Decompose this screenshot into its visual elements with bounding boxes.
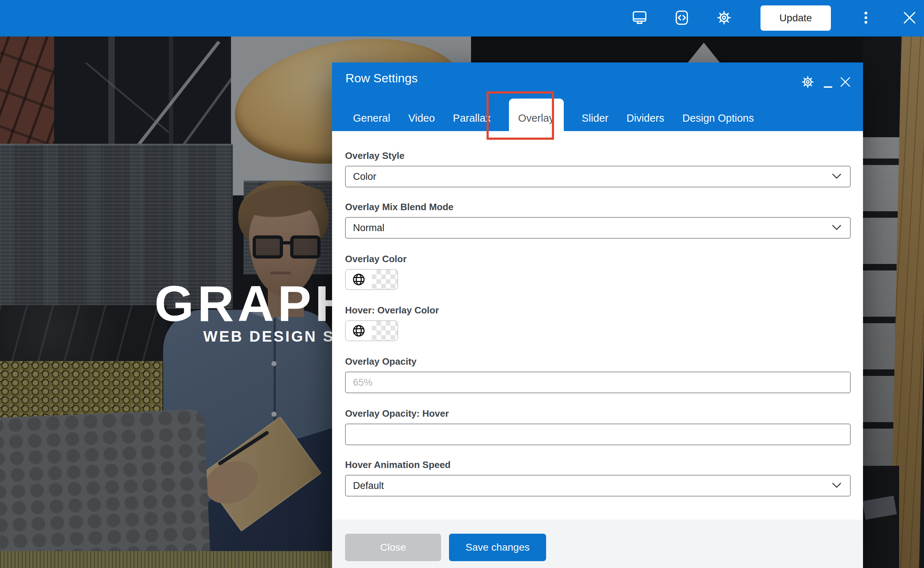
- chevron-down-icon: [832, 173, 841, 180]
- tab-slider[interactable]: Slider: [582, 112, 609, 124]
- overlay-style-select[interactable]: Color: [345, 166, 851, 187]
- row-settings-dialog: Row Settings Ge: [332, 62, 863, 568]
- globe-icon: [346, 270, 372, 289]
- chevron-down-icon: [832, 482, 841, 489]
- overlay-opacity-input[interactable]: [345, 372, 851, 393]
- field-label: Overlay Style: [345, 150, 851, 161]
- update-button[interactable]: Update: [761, 5, 831, 31]
- dialog-footer: Close Save changes: [332, 520, 863, 568]
- chevron-down-icon: [832, 225, 841, 231]
- dialog-body: Overlay Style Color Overlay Mix Blend Mo…: [332, 131, 863, 520]
- tools-button[interactable]: [671, 7, 693, 29]
- kebab-menu-icon: [858, 10, 874, 27]
- close-icon: [901, 9, 918, 27]
- settings-button[interactable]: [713, 7, 735, 29]
- hover-animation-speed-select[interactable]: Default: [345, 475, 851, 497]
- select-value: Default: [353, 480, 832, 491]
- gear-icon: [716, 9, 733, 27]
- field-label: Hover: Overlay Color: [345, 305, 851, 316]
- select-value: Color: [353, 171, 832, 182]
- minimize-icon: [824, 86, 832, 88]
- transparent-color-preview: [372, 321, 397, 340]
- select-value: Normal: [353, 222, 832, 234]
- field-label: Overlay Opacity: [345, 356, 851, 367]
- field-overlay-style: Overlay Style Color: [345, 150, 851, 187]
- more-menu-button[interactable]: [855, 7, 877, 29]
- overlay-opacity-hover-input[interactable]: [345, 424, 851, 445]
- close-button[interactable]: Close: [345, 534, 441, 561]
- dialog-settings-button[interactable]: [800, 74, 816, 90]
- globe-icon: [346, 321, 372, 340]
- screen: GRAPH WEB DESIGN SPECIA: [0, 0, 924, 568]
- responsive-preview-button[interactable]: [629, 7, 650, 29]
- tab-dividers[interactable]: Dividers: [627, 112, 665, 124]
- dialog-minimize-button[interactable]: [820, 74, 836, 90]
- close-icon: [838, 75, 852, 90]
- hero-title: GRAPH: [154, 275, 355, 333]
- field-overlay-color: Overlay Color: [345, 254, 851, 290]
- tab-design-options[interactable]: Design Options: [682, 112, 754, 124]
- field-label: Overlay Color: [345, 254, 851, 264]
- code-icon: [674, 9, 690, 27]
- field-overlay-opacity: Overlay Opacity: [345, 356, 851, 393]
- field-overlay-opacity-hover: Overlay Opacity: Hover: [345, 408, 851, 445]
- tab-video[interactable]: Video: [408, 112, 435, 124]
- responsive-preview-icon: [631, 9, 648, 27]
- builder-topbar: Update: [0, 0, 924, 36]
- dialog-title: Row Settings: [345, 71, 418, 85]
- exit-builder-button[interactable]: [899, 7, 920, 29]
- field-hover-overlay-color: Hover: Overlay Color: [345, 305, 851, 341]
- field-overlay-mix-blend-mode: Overlay Mix Blend Mode Normal: [345, 201, 851, 239]
- dialog-header[interactable]: Row Settings Ge: [332, 62, 863, 131]
- overlay-mix-blend-mode-select[interactable]: Normal: [345, 217, 851, 239]
- field-label: Hover Animation Speed: [345, 459, 851, 470]
- annotation-highlight-box: [487, 91, 554, 140]
- tab-parallax[interactable]: Parallax: [453, 112, 491, 124]
- gear-icon: [800, 75, 815, 90]
- overlay-color-picker[interactable]: [345, 269, 398, 290]
- field-hover-animation-speed: Hover Animation Speed Default: [345, 459, 851, 497]
- save-changes-button[interactable]: Save changes: [449, 534, 546, 561]
- field-label: Overlay Mix Blend Mode: [345, 201, 851, 212]
- transparent-color-preview: [372, 270, 397, 289]
- tab-general[interactable]: General: [353, 112, 390, 124]
- field-label: Overlay Opacity: Hover: [345, 408, 851, 419]
- dialog-close-button[interactable]: [837, 74, 853, 90]
- hover-overlay-color-picker[interactable]: [345, 320, 398, 341]
